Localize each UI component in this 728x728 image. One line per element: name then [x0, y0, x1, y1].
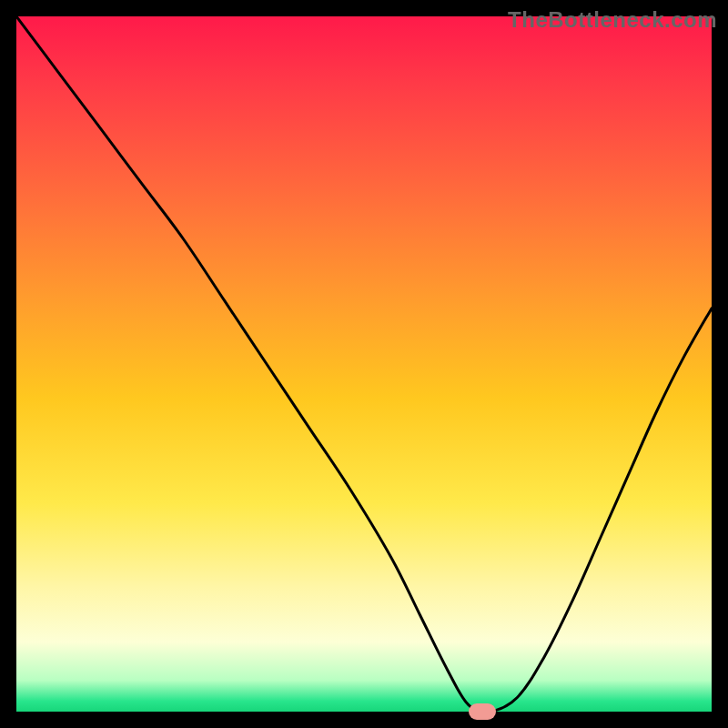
gradient-background [16, 16, 712, 712]
optimal-marker [469, 703, 496, 720]
watermark-text: TheBottleneck.com [508, 7, 717, 33]
gradient-plot [16, 16, 712, 712]
chart-stage: TheBottleneck.com [0, 0, 728, 728]
plot-area [16, 16, 712, 712]
